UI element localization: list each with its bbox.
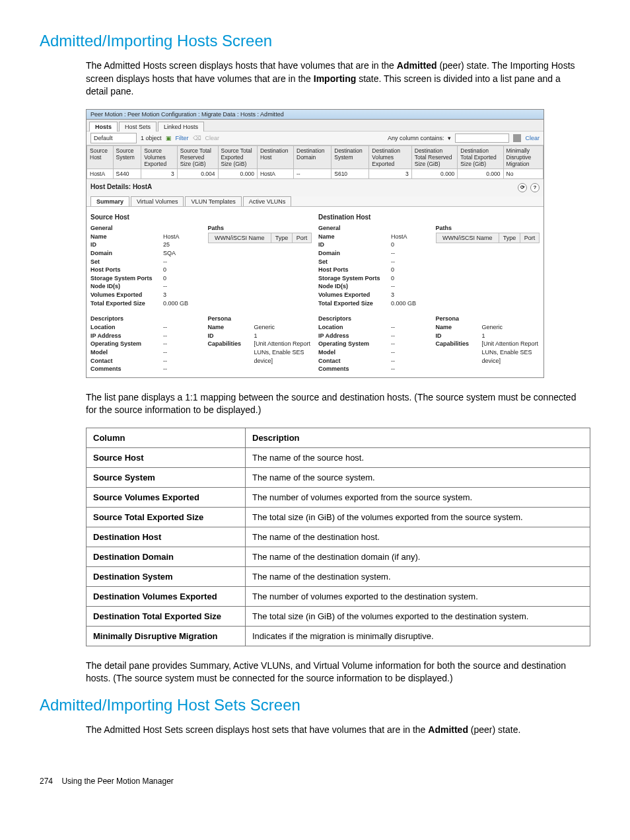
dest-general-kv: NameHostA ID0 Domain-- Set-- Host Ports0… <box>318 233 423 307</box>
tab-linked-hosts[interactable]: Linked Hosts <box>158 122 204 132</box>
col-header: Description <box>246 428 590 447</box>
persona-label: Persona <box>436 315 540 322</box>
col-header[interactable]: Destination Volumes Exported <box>369 145 411 169</box>
descriptors-label: Descriptors <box>90 315 195 322</box>
cell: 3 <box>369 169 411 178</box>
cell: Minimally Disruptive Migration <box>87 626 246 646</box>
page-footer: 274 Using the Peer Motion Manager <box>40 777 590 786</box>
section-heading-2: Admitted/Importing Host Sets Screen <box>40 696 590 714</box>
table-row: Source Volumes ExportedThe number of vol… <box>87 487 590 507</box>
col-header[interactable]: Source Volumes Exported <box>141 145 178 169</box>
detail-tabs: Summary Virtual Volumes VLUN Templates A… <box>87 196 543 207</box>
descriptors-label: Descriptors <box>318 315 423 322</box>
cell: 0.004 <box>177 169 218 178</box>
value: [Unit Attention Report LUNs, Enable SES … <box>254 340 312 365</box>
paragraph-4: The Admitted Host Sets screen displays h… <box>86 724 584 737</box>
filter-icon: ▣ <box>166 135 172 141</box>
col-header[interactable]: Source System <box>113 145 141 169</box>
refresh-icon[interactable]: ⟳ <box>518 183 527 192</box>
tab-active-vluns[interactable]: Active VLUNs <box>243 196 292 206</box>
col-header[interactable]: Destination System <box>332 145 369 169</box>
col-header[interactable]: Type <box>271 233 292 243</box>
col-header[interactable]: Destination Domain <box>294 145 332 169</box>
cell: Destination Volumes Exported <box>87 586 246 606</box>
text: The Admitted Host Sets screen displays h… <box>86 724 428 735</box>
value: 1 <box>254 332 312 340</box>
source-persona-kv: NameGeneric ID1 Capabilities[Unit Attent… <box>208 323 312 365</box>
value: -- <box>163 348 195 357</box>
paths-label: Paths <box>208 225 312 231</box>
page-number: 274 <box>40 777 53 786</box>
col-header[interactable]: Source Host <box>87 145 114 169</box>
destination-host-panel: Destination Host General NameHostA ID0 D… <box>318 211 540 373</box>
cell: HostA <box>87 169 114 178</box>
value: -- <box>391 249 423 258</box>
help-icon[interactable]: ? <box>530 183 540 192</box>
table-row[interactable]: HostA S440 3 0.004 0.000 HostA -- S610 3… <box>87 169 543 178</box>
col-header[interactable]: Port <box>520 233 540 243</box>
col-header[interactable]: Minimally Disruptive Migration <box>503 145 543 169</box>
table-row: Source SystemThe name of the source syst… <box>87 467 590 487</box>
table-row: Minimally Disruptive MigrationIndicates … <box>87 626 590 646</box>
value: 0 <box>391 241 423 249</box>
source-host-title: Source Host <box>90 213 312 221</box>
cell: S440 <box>113 169 141 178</box>
value: -- <box>391 332 423 340</box>
cell: 3 <box>141 169 178 178</box>
col-header[interactable]: Type <box>499 233 520 243</box>
print-icon[interactable] <box>513 134 521 142</box>
value: [Unit Attention Report LUNs, Enable SES … <box>482 340 540 365</box>
value: SQA <box>163 249 195 258</box>
search-input[interactable] <box>455 134 509 143</box>
column-description-table: Column Description Source HostThe name o… <box>86 428 590 646</box>
value: -- <box>391 323 423 332</box>
col-header[interactable]: Source Total Reserved Size (GiB) <box>177 145 218 169</box>
cell: 0.000 <box>218 169 257 178</box>
col-header[interactable]: Destination Host <box>257 145 293 169</box>
tab-vlun-templates[interactable]: VLUN Templates <box>185 196 241 206</box>
col-header[interactable]: Destination Total Reserved Size (GiB) <box>411 145 458 169</box>
cell: Source System <box>87 467 246 487</box>
host-details-header: Host Details: HostA ⟳ ? <box>87 179 543 196</box>
value: 3 <box>391 291 423 299</box>
cell: Destination Total Exported Size <box>87 606 246 626</box>
cell: S610 <box>332 169 369 178</box>
tab-hosts[interactable]: Hosts <box>89 122 118 132</box>
value: HostA <box>391 233 423 241</box>
col-header[interactable]: Source Total Exported Size (GiB) <box>218 145 257 169</box>
tab-summary[interactable]: Summary <box>90 196 129 206</box>
any-column-label: Any column contains: <box>388 135 444 141</box>
text: The Admitted Hosts screen displays hosts… <box>86 60 397 71</box>
cell: HostA <box>257 169 293 178</box>
col-header[interactable]: WWN/iSCSI Name <box>436 233 499 243</box>
value: 0.000 GB <box>163 299 195 308</box>
list-toolbar: Default 1 object ▣ Filter ⌫ Clear Any co… <box>87 131 543 145</box>
cell: Indicates if the migration is minimally … <box>246 626 590 646</box>
value: 0.000 GB <box>391 299 423 308</box>
cell: The name of the destination system. <box>246 566 590 586</box>
tab-host-sets[interactable]: Host Sets <box>119 122 157 132</box>
value: -- <box>163 365 195 373</box>
col-header[interactable]: Destination Total Exported Size (GiB) <box>458 145 503 169</box>
general-label: General <box>90 225 195 231</box>
eraser-icon: ⌫ <box>193 135 201 141</box>
app-screenshot: Peer Motion : Peer Motion Configuration … <box>86 109 544 378</box>
tab-virtual-volumes[interactable]: Virtual Volumes <box>131 196 184 206</box>
cell: The number of volumes exported from the … <box>246 487 590 507</box>
cell: Destination Domain <box>87 547 246 566</box>
value: Generic <box>482 323 540 332</box>
value: 25 <box>163 241 195 249</box>
col-header[interactable]: WWN/iSCSI Name <box>208 233 271 243</box>
filter-link[interactable]: Filter <box>176 135 189 141</box>
source-general-kv: NameHostA ID25 DomainSQA Set-- Host Port… <box>90 233 195 307</box>
clear-link[interactable]: Clear <box>205 135 220 141</box>
source-descriptors-kv: Location-- IP Address-- Operating System… <box>90 323 195 373</box>
table-row: Destination DomainThe name of the destin… <box>87 547 590 566</box>
col-header[interactable]: Port <box>293 233 312 243</box>
clear-button[interactable]: Clear <box>525 135 540 141</box>
host-details-label: Host Details: HostA <box>90 183 152 192</box>
value: -- <box>391 348 423 357</box>
chevron-down-icon[interactable]: ▾ <box>448 135 451 141</box>
view-select[interactable]: Default <box>90 133 137 143</box>
cell: The name of the source host. <box>246 447 590 467</box>
